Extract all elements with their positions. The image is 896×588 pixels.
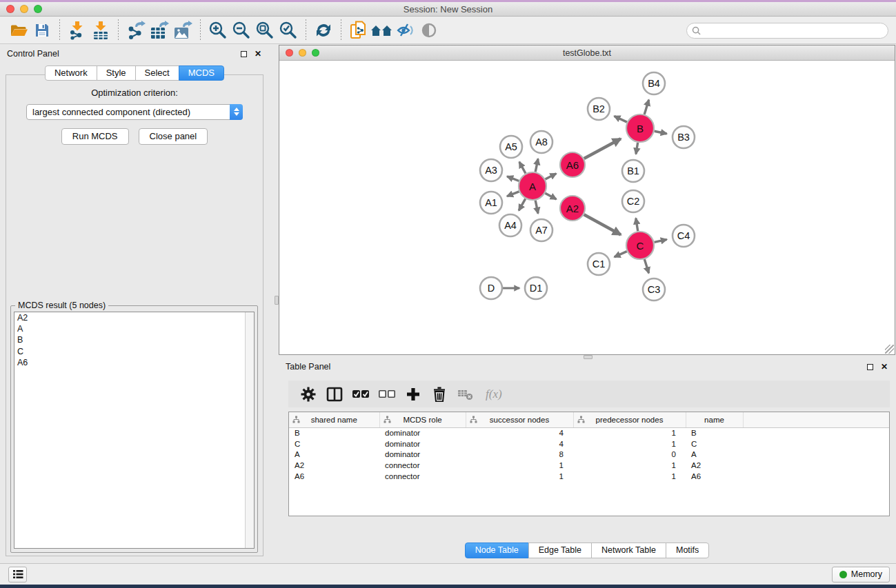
cell-successor-nodes[interactable]: 8 <box>466 449 573 460</box>
cell-predecessor-nodes[interactable]: 1 <box>573 460 686 471</box>
zoom-in-button[interactable] <box>206 19 230 41</box>
edge-C-C4[interactable] <box>654 239 666 242</box>
float-panel-button[interactable] <box>239 49 248 59</box>
deselect-all-rows-button[interactable] <box>375 384 399 405</box>
cell-name[interactable]: C <box>686 438 743 449</box>
table-options-button[interactable] <box>297 384 320 405</box>
edge-B-B1[interactable] <box>636 143 638 154</box>
tab-node-table[interactable]: Node Table <box>465 543 529 558</box>
tab-mcds[interactable]: MCDS <box>179 65 224 81</box>
zoom-out-button[interactable] <box>230 19 253 41</box>
cell-predecessor-nodes[interactable]: 0 <box>573 449 686 460</box>
home-button[interactable] <box>370 19 394 41</box>
cell-name[interactable]: B <box>686 427 743 438</box>
edge-A-A5[interactable] <box>519 162 526 174</box>
edge-C-C2[interactable] <box>636 219 638 232</box>
edge-A2-C[interactable] <box>584 214 621 234</box>
export-network-button[interactable] <box>124 19 148 41</box>
column-header-successor-nodes[interactable]: successor nodes <box>466 412 573 427</box>
delete-column-button[interactable] <box>428 384 451 405</box>
select-all-rows-button[interactable] <box>349 384 372 405</box>
result-list-scrollbar[interactable] <box>245 312 254 548</box>
memory-button[interactable]: Memory <box>832 567 890 582</box>
float-table-panel-button[interactable] <box>865 362 875 372</box>
table-row[interactable]: Adominator80A <box>289 449 889 460</box>
select-spinner-icon[interactable] <box>230 104 243 120</box>
network-canvas[interactable]: AA6A2BCA1A3A4A5A7A8B1B2B3B4C1C2C3C4DD1 <box>279 61 895 354</box>
cell-shared-name[interactable]: B <box>289 427 379 438</box>
table-row[interactable]: A2connector11A2 <box>289 460 889 471</box>
cell-shared-name[interactable]: A2 <box>289 460 379 471</box>
cell-MCDS-role[interactable]: connector <box>379 460 466 471</box>
column-header-MCDS-role[interactable]: MCDS role <box>379 412 466 427</box>
show-column-button[interactable] <box>323 384 346 405</box>
column-header-name[interactable]: name <box>686 412 743 427</box>
cell-name[interactable]: A6 <box>686 471 743 482</box>
cell-shared-name[interactable]: A6 <box>289 471 379 482</box>
node-table[interactable]: shared nameMCDS rolesuccessor nodesprede… <box>288 412 890 516</box>
result-item[interactable]: B <box>14 334 254 345</box>
cell-name[interactable]: A <box>686 449 743 460</box>
edge-A6-B[interactable] <box>584 139 621 159</box>
cell-MCDS-role[interactable]: dominator <box>379 449 466 460</box>
result-item[interactable]: A <box>14 323 254 334</box>
save-session-button[interactable] <box>30 19 54 41</box>
cell-predecessor-nodes[interactable]: 1 <box>573 427 686 438</box>
zoom-selected-button[interactable] <box>277 19 300 41</box>
tab-motifs[interactable]: Motifs <box>666 543 709 558</box>
clone-network-button[interactable] <box>347 19 370 41</box>
edge-B-B4[interactable] <box>644 100 649 114</box>
cell-successor-nodes[interactable]: 4 <box>466 438 573 449</box>
task-history-button[interactable] <box>8 567 27 582</box>
edge-A-A8[interactable] <box>535 159 538 172</box>
mcds-result-list[interactable]: A2ABCA6 <box>14 312 255 549</box>
edge-A-A2[interactable] <box>545 193 556 199</box>
cell-shared-name[interactable]: C <box>289 438 379 449</box>
criterion-select[interactable]: largest connected component (directed) <box>26 104 243 120</box>
resize-grip-icon[interactable] <box>885 345 894 354</box>
tab-style[interactable]: Style <box>97 65 136 81</box>
edge-A-A4[interactable] <box>519 199 526 210</box>
vertical-split-handle[interactable] <box>275 296 279 305</box>
table-row[interactable]: A6connector11A6 <box>289 471 889 482</box>
apply-layout-button[interactable] <box>312 19 335 41</box>
search-box[interactable] <box>686 23 888 39</box>
edge-C-C3[interactable] <box>644 259 648 273</box>
search-input[interactable] <box>704 26 888 36</box>
result-item[interactable]: A2 <box>14 312 254 323</box>
edge-A-A3[interactable] <box>507 176 519 181</box>
import-network-button[interactable] <box>66 19 89 41</box>
column-header-shared-name[interactable]: shared name <box>289 412 379 427</box>
create-column-button[interactable] <box>401 384 425 405</box>
table-row[interactable]: Bdominator41B <box>289 427 889 438</box>
cell-successor-nodes[interactable]: 1 <box>466 460 573 471</box>
edge-B-B2[interactable] <box>615 116 627 123</box>
tab-network-table[interactable]: Network Table <box>591 543 666 558</box>
show-all-button[interactable] <box>417 19 441 41</box>
hide-selected-button[interactable] <box>394 19 417 41</box>
cell-predecessor-nodes[interactable]: 1 <box>573 438 686 449</box>
export-table-button[interactable] <box>148 19 171 41</box>
cell-shared-name[interactable]: A <box>289 449 379 460</box>
edge-A-A6[interactable] <box>546 174 557 179</box>
edge-C-C1[interactable] <box>615 252 627 257</box>
close-panel-button-mcds[interactable]: Close panel <box>139 128 208 145</box>
run-mcds-button[interactable]: Run MCDS <box>61 128 129 145</box>
network-graph[interactable]: AA6A2BCA1A3A4A5A7A8B1B2B3B4C1C2C3C4DD1 <box>279 61 895 354</box>
cell-MCDS-role[interactable]: connector <box>379 471 466 482</box>
cell-successor-nodes[interactable]: 1 <box>466 471 573 482</box>
tab-select[interactable]: Select <box>135 65 179 81</box>
edge-B-B3[interactable] <box>655 131 667 134</box>
tab-network[interactable]: Network <box>45 65 97 81</box>
close-panel-button[interactable]: ✕ <box>253 49 263 59</box>
table-row[interactable]: Cdominator41C <box>289 438 889 449</box>
cell-name[interactable]: A2 <box>686 460 743 471</box>
cell-MCDS-role[interactable]: dominator <box>379 438 466 449</box>
horizontal-split-handle[interactable] <box>584 355 593 359</box>
tab-edge-table[interactable]: Edge Table <box>528 543 592 558</box>
cell-MCDS-role[interactable]: dominator <box>379 427 466 438</box>
cell-successor-nodes[interactable]: 4 <box>466 427 573 438</box>
import-table-button[interactable] <box>89 19 112 41</box>
close-table-panel-button[interactable]: ✕ <box>879 362 889 372</box>
edge-A-A7[interactable] <box>535 201 538 214</box>
